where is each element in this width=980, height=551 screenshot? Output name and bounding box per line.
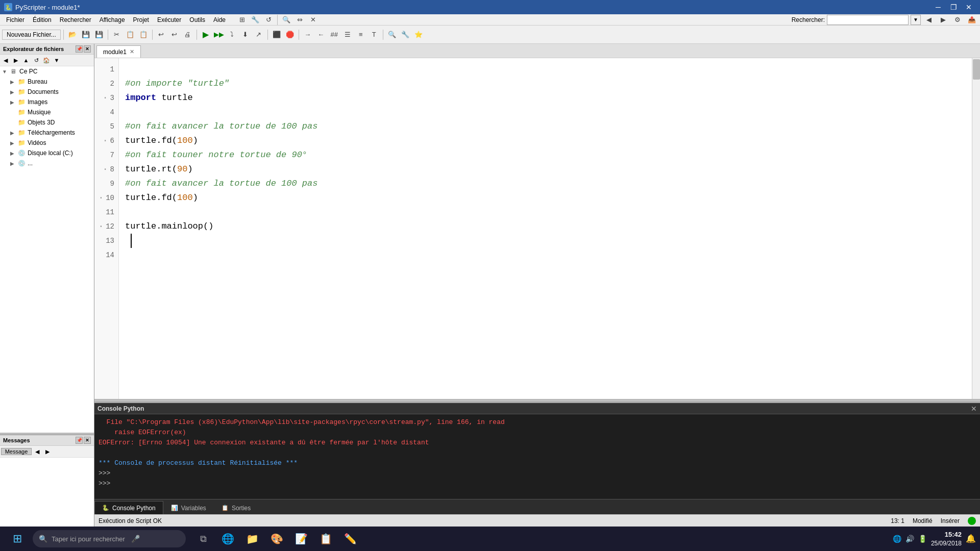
step-over-button[interactable]: ↗ bbox=[253, 29, 265, 41]
msg-next-button[interactable]: ▶ bbox=[43, 447, 52, 456]
copy-button[interactable]: 📋 bbox=[124, 29, 136, 41]
search-dropdown-button[interactable]: ▼ bbox=[911, 15, 921, 25]
start-button[interactable]: ⊞ bbox=[4, 530, 31, 548]
toolbar-icon-2[interactable]: 🔧 bbox=[249, 14, 261, 26]
step-button[interactable]: ⤵ bbox=[226, 29, 238, 41]
open-button[interactable]: 📂 bbox=[66, 29, 79, 41]
tree-item-telechargements[interactable]: ▶ 📁 Téléchargements bbox=[0, 128, 94, 138]
tree-up-button[interactable]: ▲ bbox=[21, 56, 31, 65]
hash-button[interactable]: ## bbox=[328, 29, 340, 41]
toolbar-close-search[interactable]: ✕ bbox=[307, 14, 319, 26]
code-content[interactable]: #on importe "turtle" import turtle #on f… bbox=[119, 58, 972, 399]
menu-outils[interactable]: Outils bbox=[185, 15, 209, 24]
stop-button[interactable]: ⬛ bbox=[271, 29, 283, 41]
redo-button[interactable]: ↩ bbox=[168, 29, 181, 41]
cut-button[interactable]: ✂ bbox=[111, 29, 123, 41]
indent-button[interactable]: → bbox=[302, 29, 314, 41]
search-next-button[interactable]: ▶ bbox=[937, 14, 949, 26]
taskview-button[interactable]: ⧉ bbox=[192, 529, 214, 549]
menu-executer[interactable]: Exécuter bbox=[153, 15, 185, 24]
messages-header[interactable]: Messages 📌 ✕ bbox=[0, 435, 94, 446]
tree-filter-button[interactable]: ▼ bbox=[52, 56, 61, 65]
tree-home-button[interactable]: 🏠 bbox=[42, 56, 51, 65]
star-button[interactable]: ⭐ bbox=[412, 29, 425, 41]
notepad-button[interactable]: 📝 bbox=[290, 529, 312, 549]
messages-close-button[interactable]: ✕ bbox=[84, 437, 91, 444]
menu-rechercher[interactable]: Rechercher bbox=[56, 15, 95, 24]
search-export-button[interactable]: 📤 bbox=[966, 14, 978, 26]
volume-icon[interactable]: 🔊 bbox=[905, 535, 914, 543]
menu-aide[interactable]: Aide bbox=[209, 15, 230, 24]
app5-button[interactable]: 📋 bbox=[314, 529, 337, 549]
search-input[interactable] bbox=[827, 15, 909, 25]
list-button[interactable]: ☰ bbox=[341, 29, 354, 41]
chrome-button[interactable]: 🌐 bbox=[216, 529, 239, 549]
tab-module1-close[interactable]: ✕ bbox=[130, 48, 134, 55]
code-editor[interactable]: 1 2 3 4 5 6 7 8 9 10 11 12 13 14 #on imp… bbox=[94, 58, 980, 399]
tree-item-bureau[interactable]: ▶ 📁 Bureau bbox=[0, 77, 94, 87]
paste-button[interactable]: 📋 bbox=[137, 29, 150, 41]
tab-module1[interactable]: module1 ✕ bbox=[96, 45, 141, 58]
menu-projet[interactable]: Projet bbox=[129, 15, 153, 24]
tree-item-videos[interactable]: ▶ 📁 Vidéos bbox=[0, 138, 94, 148]
tree-item-objets3d[interactable]: 📁 Objets 3D bbox=[0, 117, 94, 128]
toolbar-search2-icon[interactable]: ⇔ bbox=[293, 14, 306, 26]
taskbar-search-box[interactable]: 🔍 Taper ici pour rechercher 🎤 bbox=[33, 530, 186, 547]
file-explorer-title: Explorateur de fichiers bbox=[3, 46, 64, 52]
format-button[interactable]: ≡ bbox=[355, 29, 367, 41]
tree-item-documents[interactable]: ▶ 📁 Documents bbox=[0, 87, 94, 97]
search3-button[interactable]: 🔍 bbox=[386, 29, 398, 41]
line-num-11: 11 bbox=[94, 205, 118, 219]
msg-prev-button[interactable]: ◀ bbox=[33, 447, 42, 456]
console-close-button[interactable]: ✕ bbox=[971, 405, 977, 413]
search-options-button[interactable]: ⚙ bbox=[951, 14, 964, 26]
search-prev-button[interactable]: ◀ bbox=[923, 14, 935, 26]
menu-affichage[interactable]: Affichage bbox=[95, 15, 129, 24]
panel-pin-button[interactable]: 📌 bbox=[76, 45, 83, 53]
battery-icon[interactable]: 🔋 bbox=[918, 535, 927, 543]
print-button[interactable]: 🖨 bbox=[182, 29, 194, 41]
menu-fichier[interactable]: Fichier bbox=[2, 15, 29, 24]
stop2-button[interactable]: 🛑 bbox=[284, 29, 296, 41]
restore-button[interactable]: ❐ bbox=[946, 2, 961, 12]
run-button[interactable]: ▶ bbox=[200, 29, 212, 41]
tab-sorties[interactable]: 📋 Sorties bbox=[214, 501, 258, 514]
text-button[interactable]: T bbox=[368, 29, 380, 41]
tree-item-more[interactable]: ▶ 💿 ... bbox=[0, 158, 94, 168]
notification-icon[interactable]: 🔔 bbox=[966, 534, 976, 543]
tray-time[interactable]: 15:42 25/09/2018 bbox=[931, 530, 962, 548]
app6-button[interactable]: ✏️ bbox=[339, 529, 361, 549]
step-into-button[interactable]: ⬇ bbox=[239, 29, 252, 41]
tree-item-cepc[interactable]: ▼ 🖥 Ce PC bbox=[0, 66, 94, 77]
tree-item-diskc[interactable]: ▶ 💿 Disque local (C:) bbox=[0, 148, 94, 158]
tree-item-musique[interactable]: 📁 Musique bbox=[0, 107, 94, 117]
msg-col-button[interactable]: Message bbox=[1, 448, 32, 455]
panel-close-button[interactable]: ✕ bbox=[84, 45, 91, 53]
blender-button[interactable]: 🎨 bbox=[265, 529, 288, 549]
tree-forward-button[interactable]: ▶ bbox=[11, 56, 20, 65]
tab-console-python[interactable]: 🐍 Console Python bbox=[94, 501, 163, 514]
network-icon[interactable]: 🌐 bbox=[893, 535, 901, 543]
save-button[interactable]: 💾 bbox=[80, 29, 92, 41]
scroll-thumb[interactable] bbox=[973, 59, 980, 80]
run2-button[interactable]: ▶▶ bbox=[213, 29, 225, 41]
tree-item-images[interactable]: ▶ 📁 Images bbox=[0, 97, 94, 107]
new-file-button[interactable]: Nouveau Fichier... bbox=[2, 30, 61, 40]
tab-variables[interactable]: 📊 Variables bbox=[163, 501, 214, 514]
unindent-button[interactable]: ← bbox=[315, 29, 327, 41]
toolbar-search-icon[interactable]: 🔍 bbox=[280, 14, 292, 26]
fileexplorer-button[interactable]: 📁 bbox=[241, 529, 263, 549]
menu-edition[interactable]: Édition bbox=[29, 15, 56, 24]
editor-scrollbar[interactable] bbox=[972, 58, 980, 399]
save-all-button[interactable]: 💾 bbox=[93, 29, 105, 41]
tree-refresh-button[interactable]: ↺ bbox=[32, 56, 41, 65]
wrench-button[interactable]: 🔧 bbox=[399, 29, 411, 41]
messages-pin-button[interactable]: 📌 bbox=[76, 437, 83, 444]
close-button[interactable]: ✕ bbox=[962, 2, 976, 12]
toolbar-icon-3[interactable]: ↺ bbox=[262, 14, 275, 26]
toolbar-icon-1[interactable]: ⊞ bbox=[236, 14, 248, 26]
tree-back-button[interactable]: ◀ bbox=[1, 56, 10, 65]
file-explorer-header[interactable]: Explorateur de fichiers 📌 ✕ bbox=[0, 44, 94, 55]
undo-button[interactable]: ↩ bbox=[155, 29, 167, 41]
minimize-button[interactable]: ─ bbox=[931, 2, 945, 12]
